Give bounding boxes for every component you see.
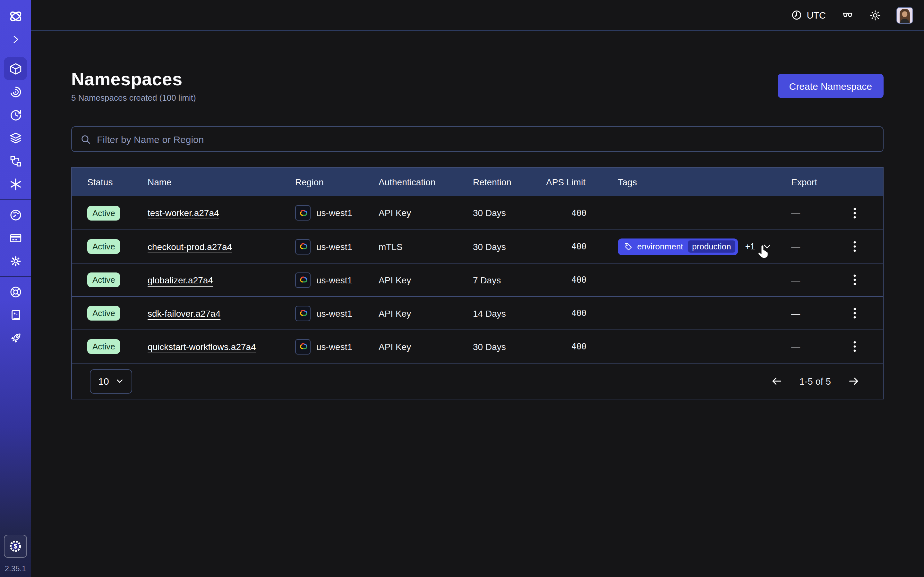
- table-row: Active sdk-failover.a27a4 us-west1: [72, 296, 883, 330]
- table-header-row: Status Name Region Authentication Retent…: [72, 168, 883, 196]
- aps-limit-value: 400: [546, 208, 618, 218]
- asterisk-icon: [9, 177, 22, 191]
- version-label: 2.35.1: [5, 564, 26, 573]
- retention-label: 30 Days: [473, 208, 546, 218]
- retention-label: 30 Days: [473, 242, 546, 251]
- page-size-select[interactable]: 10: [90, 369, 132, 393]
- sidebar-bottom: $ 2.35.1: [4, 535, 27, 577]
- tag-value: production: [688, 240, 735, 253]
- namespace-link[interactable]: globalizer.a27a4: [148, 275, 213, 285]
- sidebar-item-settings[interactable]: [4, 250, 27, 272]
- gcp-logo-icon: [295, 339, 310, 354]
- sidebar-item-usage[interactable]: [4, 203, 27, 226]
- namespace-link[interactable]: quickstart-workflows.a27a4: [148, 342, 256, 351]
- app-root: $ 2.35.1 UTC: [0, 0, 924, 577]
- row-menu-button[interactable]: [851, 338, 858, 355]
- export-value: —: [791, 342, 841, 351]
- sidebar-item-schedules[interactable]: [4, 103, 27, 126]
- sidebar-divider: [0, 276, 31, 277]
- filter-input[interactable]: [97, 134, 883, 145]
- page-title: Namespaces: [71, 69, 196, 90]
- sidebar: $ 2.35.1: [0, 0, 31, 577]
- aps-limit-value: 400: [546, 242, 618, 251]
- theme-toggle-button[interactable]: [869, 9, 881, 21]
- sidebar-item-batch-operations[interactable]: [4, 126, 27, 149]
- clock-icon: [791, 10, 802, 21]
- page-subtitle: 5 Namespaces created (100 limit): [71, 93, 196, 103]
- glasses-icon: [841, 9, 854, 21]
- gcp-logo-icon: [295, 272, 310, 287]
- svg-text:$: $: [13, 543, 17, 550]
- sidebar-item-docs[interactable]: [4, 303, 27, 326]
- dollar-seal-icon: $: [8, 539, 23, 553]
- sidebar-item-deployments[interactable]: [4, 149, 27, 172]
- row-menu-button[interactable]: [851, 272, 858, 288]
- status-badge: Active: [87, 272, 120, 287]
- aps-limit-value: 400: [546, 275, 618, 285]
- table-footer: 10 1-5 of 5: [72, 363, 883, 399]
- row-menu-button[interactable]: [851, 305, 858, 321]
- previous-page-button[interactable]: [771, 375, 783, 387]
- top-bar: UTC: [31, 0, 924, 31]
- status-badge: Active: [87, 306, 120, 321]
- export-value: —: [791, 308, 841, 318]
- timezone-selector[interactable]: UTC: [791, 10, 826, 21]
- row-menu-button[interactable]: [851, 239, 858, 255]
- auth-label: API Key: [379, 308, 473, 318]
- tags-more-count: +1: [745, 242, 755, 251]
- tags-expand-icon[interactable]: [762, 242, 772, 251]
- region-label: us-west1: [317, 242, 352, 251]
- namespace-link[interactable]: sdk-failover.a27a4: [148, 308, 220, 318]
- sidebar-expand-icon[interactable]: [8, 31, 23, 47]
- next-page-button[interactable]: [848, 375, 860, 387]
- tag-chip[interactable]: environment production: [618, 238, 738, 255]
- region-label: us-west1: [317, 342, 352, 351]
- aps-limit-value: 400: [546, 308, 618, 318]
- region-label: us-west1: [317, 208, 352, 218]
- spiral-icon: [9, 85, 22, 98]
- readability-button[interactable]: [841, 9, 854, 21]
- sun-icon: [869, 9, 881, 21]
- status-badge: Active: [87, 339, 120, 354]
- table-row: Active test-worker.a27a4 us-west1: [72, 196, 883, 229]
- region-label: us-west1: [317, 275, 352, 285]
- sidebar-item-namespaces[interactable]: [4, 57, 27, 80]
- region-label: us-west1: [317, 308, 352, 318]
- search-icon: [80, 134, 91, 145]
- gcp-logo-icon: [295, 306, 310, 321]
- row-menu-button[interactable]: [851, 205, 858, 221]
- export-value: —: [791, 242, 841, 251]
- clock-retry-icon: [9, 108, 22, 121]
- branch-graph-icon: [9, 154, 22, 168]
- column-status: Status: [87, 177, 148, 187]
- auth-label: API Key: [379, 275, 473, 285]
- gauge-icon: [9, 208, 22, 221]
- column-authentication: Authentication: [379, 177, 473, 187]
- lifebuoy-icon: [9, 285, 22, 298]
- sidebar-item-nexus[interactable]: [4, 172, 27, 195]
- namespace-link[interactable]: test-worker.a27a4: [148, 208, 219, 218]
- column-retention: Retention: [473, 177, 546, 187]
- credits-button[interactable]: $: [4, 535, 27, 558]
- tags-cell: environment production +1: [618, 238, 791, 255]
- rocket-icon: [9, 331, 22, 345]
- export-value: —: [791, 275, 841, 285]
- status-badge: Active: [87, 205, 120, 220]
- column-aps-limit: APS Limit: [546, 177, 618, 187]
- create-namespace-button[interactable]: Create Namespace: [778, 74, 884, 98]
- sidebar-item-workflows[interactable]: [4, 80, 27, 103]
- user-avatar[interactable]: [897, 7, 913, 23]
- sidebar-item-billing[interactable]: [4, 226, 27, 250]
- gear-icon: [9, 254, 22, 268]
- gcp-logo-icon: [295, 239, 310, 254]
- table-body: Active test-worker.a27a4 us-west1: [72, 196, 883, 363]
- retention-label: 7 Days: [473, 275, 546, 285]
- table-row: Active quickstart-workflows.a27a4 us-wes…: [72, 330, 883, 363]
- namespace-link[interactable]: checkout-prod.a27a4: [148, 242, 232, 251]
- sidebar-item-get-started[interactable]: [4, 326, 27, 350]
- sidebar-divider: [0, 199, 31, 200]
- auth-label: API Key: [379, 208, 473, 218]
- pagination: 1-5 of 5: [771, 375, 867, 387]
- sidebar-item-support[interactable]: [4, 280, 27, 303]
- filter-input-container: [71, 126, 884, 152]
